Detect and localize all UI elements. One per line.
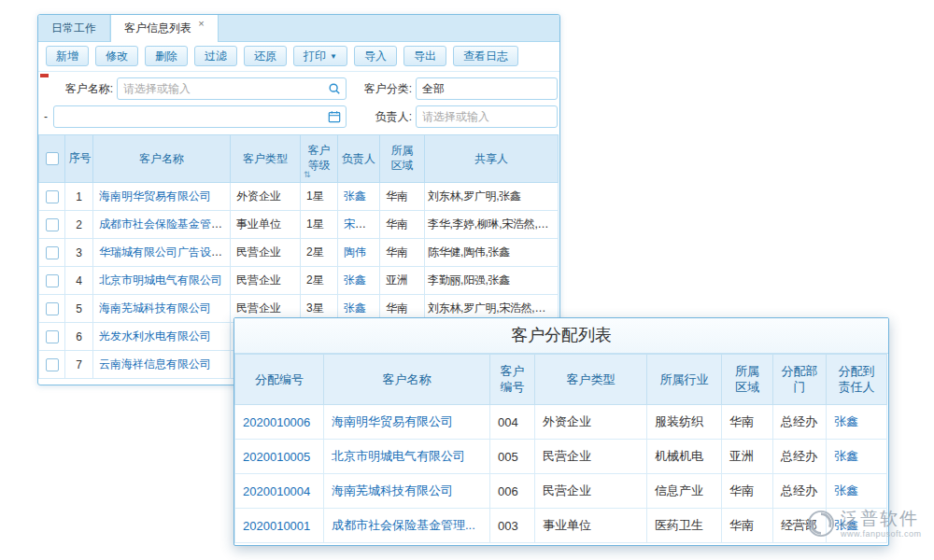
owner-link[interactable]: 宋浩然 bbox=[344, 217, 377, 231]
col-header-name[interactable]: 客户名称 bbox=[93, 135, 231, 183]
col-header-no[interactable]: 序号 bbox=[65, 135, 93, 183]
region: 华南 bbox=[722, 474, 773, 509]
brand-name: 泛普软件 bbox=[841, 510, 922, 529]
col-header-shared[interactable]: 共享人 bbox=[425, 135, 559, 183]
customer-name-input[interactable] bbox=[117, 77, 347, 100]
col-header-customer-no[interactable]: 客户编号 bbox=[490, 355, 535, 405]
row-checkbox[interactable] bbox=[46, 246, 59, 259]
row-checkbox[interactable] bbox=[46, 358, 59, 371]
tab-bar: 日常工作 客户信息列表 × bbox=[38, 15, 559, 42]
owner-link[interactable]: 张鑫 bbox=[344, 189, 366, 203]
col-header-industry[interactable]: 所属行业 bbox=[647, 355, 722, 405]
customer-no: 005 bbox=[490, 440, 535, 474]
date-input[interactable] bbox=[53, 105, 347, 128]
owner-input[interactable] bbox=[416, 105, 558, 128]
table-row: 3 华瑞城有限公司广告设计部 民营企业 2星 陶伟 华南 陈华健,陶伟,张鑫 bbox=[39, 239, 559, 267]
row-index: 7 bbox=[65, 351, 93, 379]
sort-icon[interactable]: ⇅ bbox=[304, 170, 311, 179]
row-checkbox[interactable] bbox=[46, 274, 59, 287]
row-checkbox[interactable] bbox=[46, 302, 59, 315]
assignee-link[interactable]: 张鑫 bbox=[834, 449, 858, 463]
col-header-owner[interactable]: 负责人 bbox=[338, 135, 380, 183]
row-index: 4 bbox=[65, 267, 93, 295]
restore-button[interactable]: 还原 bbox=[244, 46, 287, 66]
industry: 机械机电 bbox=[647, 440, 722, 474]
view-log-button[interactable]: 查看日志 bbox=[453, 46, 518, 66]
region: 华南 bbox=[380, 211, 425, 239]
row-checkbox[interactable] bbox=[46, 190, 59, 203]
tab-daily-work[interactable]: 日常工作 bbox=[38, 15, 110, 41]
export-button[interactable]: 导出 bbox=[403, 46, 446, 66]
customer-type: 事业单位 bbox=[231, 211, 301, 239]
customer-name-link[interactable]: 海南明华贸易有限公司 bbox=[332, 414, 453, 428]
customer-name-link[interactable]: 海南芜城科技有限公司 bbox=[332, 483, 453, 497]
owner-link[interactable]: 张鑫 bbox=[344, 301, 366, 315]
allocation-no-link[interactable]: 2020010001 bbox=[243, 519, 310, 533]
customer-name-field[interactable] bbox=[118, 79, 328, 98]
row-checkbox[interactable] bbox=[46, 218, 59, 231]
customer-category-field[interactable] bbox=[417, 79, 557, 98]
col-header-assignee[interactable]: 分配到责任人 bbox=[827, 355, 887, 405]
assignee-link[interactable]: 张鑫 bbox=[834, 483, 858, 497]
customer-category-input[interactable] bbox=[416, 77, 558, 100]
calendar-icon[interactable] bbox=[328, 110, 341, 123]
customer-name-link[interactable]: 光发水利水电有限公司 bbox=[99, 329, 211, 343]
owner-field[interactable] bbox=[417, 107, 557, 126]
col-header-customer-type[interactable]: 客户类型 bbox=[535, 355, 647, 405]
shared-people: 李华,李婷,柳琳,宋浩然,张鑫 bbox=[425, 211, 559, 239]
col-header-customer-name[interactable]: 客户名称 bbox=[324, 355, 490, 405]
close-tab-icon[interactable]: × bbox=[198, 18, 204, 29]
customer-name-link[interactable]: 成都市社会保险基金管理... bbox=[99, 217, 231, 231]
allocation-no-link[interactable]: 2020010006 bbox=[243, 415, 310, 429]
date-field[interactable] bbox=[54, 107, 328, 126]
tab-customer-info-list[interactable]: 客户信息列表 × bbox=[110, 15, 219, 42]
delete-button[interactable]: 删除 bbox=[145, 46, 188, 66]
edit-button[interactable]: 修改 bbox=[95, 46, 138, 66]
search-icon[interactable] bbox=[328, 82, 341, 95]
customer-name-link[interactable]: 海南芜城科技有限公司 bbox=[99, 301, 211, 315]
customer-name-link[interactable]: 华瑞城有限公司广告设计部 bbox=[99, 245, 231, 259]
allocation-no-link[interactable]: 2020010004 bbox=[243, 484, 310, 498]
customer-no: 006 bbox=[490, 474, 535, 509]
col-header-type[interactable]: 客户类型 bbox=[231, 135, 301, 183]
customer-type: 外资企业 bbox=[231, 183, 301, 211]
allocation-no-link[interactable]: 2020010005 bbox=[243, 450, 310, 464]
dept: 总经办 bbox=[773, 440, 827, 474]
assignee-link[interactable]: 张鑫 bbox=[834, 414, 858, 428]
owner-label: 负责人: bbox=[363, 105, 412, 128]
col-header-dept[interactable]: 分配部门 bbox=[773, 355, 827, 405]
region: 华南 bbox=[380, 183, 425, 211]
customer-name-link[interactable]: 云南海祥信息有限公司 bbox=[99, 357, 211, 371]
customer-level: 2星 bbox=[301, 239, 338, 267]
toolbar: 新增 修改 删除 过滤 还原 打印▼ 导入 导出 查看日志 bbox=[38, 41, 559, 72]
customer-type: 事业单位 bbox=[535, 509, 647, 543]
filter-button[interactable]: 过滤 bbox=[194, 46, 237, 66]
fanpu-logo-icon bbox=[807, 510, 835, 538]
col-header-level[interactable]: 客户等级⇅ bbox=[301, 135, 338, 183]
customer-name-link[interactable]: 北京市明城电气有限公司 bbox=[99, 273, 222, 287]
dialog-title: 客户分配列表 bbox=[234, 318, 888, 354]
region: 华南 bbox=[722, 405, 773, 440]
allocation-row: 2020010006 海南明华贸易有限公司 004 外资企业 服装纺织 华南 总… bbox=[235, 405, 887, 440]
customer-name-link[interactable]: 北京市明城电气有限公司 bbox=[332, 449, 465, 463]
customer-name-link[interactable]: 成都市社会保险基金管理... bbox=[332, 518, 475, 532]
col-header-alloc-no[interactable]: 分配编号 bbox=[235, 355, 324, 405]
industry: 医药卫生 bbox=[647, 509, 722, 543]
print-button[interactable]: 打印▼ bbox=[293, 46, 347, 66]
row-index: 1 bbox=[65, 183, 93, 211]
customer-name-link[interactable]: 海南明华贸易有限公司 bbox=[99, 189, 211, 203]
row-index: 5 bbox=[65, 295, 93, 323]
import-button[interactable]: 导入 bbox=[354, 46, 397, 66]
allocation-row: 2020010001 成都市社会保险基金管理... 003 事业单位 医药卫生 … bbox=[235, 509, 887, 543]
tab-label: 客户信息列表 bbox=[124, 21, 191, 35]
customer-type: 民营企业 bbox=[231, 239, 301, 267]
owner-link[interactable]: 张鑫 bbox=[344, 273, 366, 287]
col-header-region[interactable]: 所属区域 bbox=[380, 135, 425, 183]
select-all-checkbox[interactable] bbox=[46, 152, 59, 165]
owner-link[interactable]: 陶伟 bbox=[344, 245, 366, 259]
add-button[interactable]: 新增 bbox=[46, 46, 89, 66]
row-checkbox[interactable] bbox=[46, 330, 59, 343]
customer-type: 民营企业 bbox=[535, 474, 647, 509]
col-header-region[interactable]: 所属区域 bbox=[722, 355, 773, 405]
customer-category-label: 客户分类: bbox=[354, 77, 412, 100]
